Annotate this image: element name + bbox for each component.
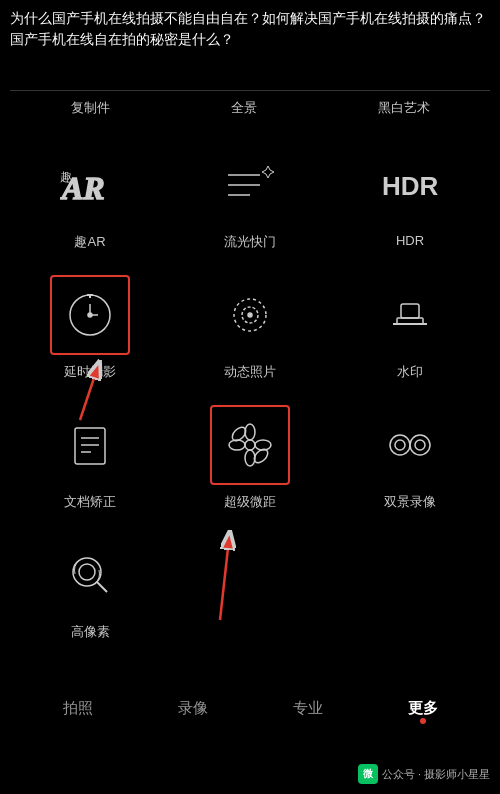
grid-row-1: AR 趣 趣AR 流光快门 HD: [10, 145, 490, 251]
mode-flowlight[interactable]: 流光快门: [185, 145, 315, 251]
svg-text:HDR: HDR: [382, 171, 439, 201]
mode-macro-icon-wrap: [210, 405, 290, 485]
mode-hdr-icon-wrap: HDR: [370, 145, 450, 225]
nav-video[interactable]: 录像: [178, 699, 208, 724]
mode-grid: 复制件 全景 黑白艺术 AR 趣 趣AR: [0, 90, 500, 665]
wechat-icon: 微: [358, 764, 378, 784]
mode-ar-icon-wrap: AR 趣: [50, 145, 130, 225]
mode-highres-label: 高像素: [71, 623, 110, 641]
grid-row-4: 高像素: [10, 535, 490, 641]
mode-hdr[interactable]: HDR HDR: [345, 145, 475, 251]
mode-watermark-label: 水印: [397, 363, 423, 381]
mode-highres[interactable]: 高像素: [25, 535, 155, 641]
mode-livephoto[interactable]: 动态照片: [185, 275, 315, 381]
mode-ar-label: 趣AR: [74, 233, 105, 251]
watermark-text: 公众号 · 摄影师小星星: [382, 767, 490, 782]
top-row: 复制件 全景 黑白艺术: [10, 90, 490, 125]
svg-point-22: [245, 440, 255, 450]
mode-dual-label: 双景录像: [384, 493, 436, 511]
mode-document[interactable]: 文档矫正: [25, 405, 155, 511]
nav-pro[interactable]: 专业: [293, 699, 323, 724]
svg-point-31: [395, 440, 405, 450]
mode-dual[interactable]: 双景录像: [345, 405, 475, 511]
mode-macro[interactable]: 超级微距: [185, 405, 315, 511]
svg-point-14: [248, 313, 252, 317]
svg-point-29: [390, 435, 410, 455]
mode-livephoto-label: 动态照片: [224, 363, 276, 381]
mode-timelapse-icon-wrap: [50, 275, 130, 355]
mode-empty-2: [345, 535, 475, 641]
mode-watermark[interactable]: 水印: [345, 275, 475, 381]
nav-more[interactable]: 更多: [408, 699, 438, 724]
svg-line-35: [97, 582, 107, 592]
svg-point-32: [415, 440, 425, 450]
mode-hdr-label: HDR: [396, 233, 424, 248]
mode-highres-icon-wrap: [50, 535, 130, 615]
svg-point-30: [410, 435, 430, 455]
mode-flowlight-label: 流光快门: [224, 233, 276, 251]
mode-ar[interactable]: AR 趣 趣AR: [25, 145, 155, 251]
mode-document-label: 文档矫正: [64, 493, 116, 511]
top-row-item-heibai[interactable]: 黑白艺术: [378, 99, 430, 117]
svg-point-23: [245, 424, 255, 440]
grid-row-2: 延时摄影 动态照片 水印: [10, 275, 490, 381]
svg-point-34: [79, 564, 95, 580]
mode-timelapse-label: 延时摄影: [64, 363, 116, 381]
top-text: 为什么国产手机在线拍摄不能自由自在？如何解决国产手机在线拍摄的痛点？国产手机在线…: [0, 0, 500, 58]
svg-point-11: [88, 313, 92, 317]
mode-timelapse[interactable]: 延时摄影: [25, 275, 155, 381]
grid-row-3: 文档矫正 超级微距: [10, 405, 490, 511]
mode-livephoto-icon-wrap: [210, 275, 290, 355]
svg-point-25: [229, 440, 245, 450]
mode-empty-1: [185, 535, 315, 641]
mode-flowlight-icon-wrap: [210, 145, 290, 225]
bottom-nav: 拍照 录像 专业 更多: [0, 689, 500, 734]
svg-rect-18: [75, 428, 105, 464]
top-row-item-quanjing[interactable]: 全景: [231, 99, 257, 117]
svg-text:趣: 趣: [60, 170, 72, 184]
top-row-item-fuzuojian[interactable]: 复制件: [71, 99, 110, 117]
watermark: 微 公众号 · 摄影师小星星: [358, 764, 490, 784]
mode-document-icon-wrap: [50, 405, 130, 485]
mode-watermark-icon-wrap: [370, 275, 450, 355]
svg-point-26: [255, 440, 271, 450]
svg-point-24: [245, 450, 255, 466]
mode-dual-icon-wrap: [370, 405, 450, 485]
svg-rect-16: [401, 304, 419, 318]
nav-photo[interactable]: 拍照: [63, 699, 93, 724]
mode-macro-label: 超级微距: [224, 493, 276, 511]
